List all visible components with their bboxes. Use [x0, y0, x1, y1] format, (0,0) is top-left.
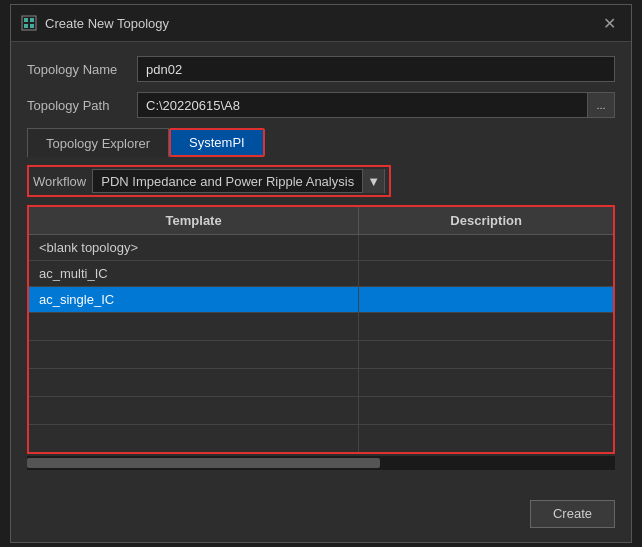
- description-cell: [359, 235, 614, 261]
- tabs-area: Topology Explorer SystemPI Workflow PDN …: [27, 128, 615, 197]
- table-row-selected[interactable]: ac_single_IC: [28, 287, 614, 313]
- browse-button[interactable]: ...: [587, 92, 615, 118]
- dialog-footer: Create: [11, 490, 631, 542]
- topology-path-input[interactable]: [137, 92, 587, 118]
- topology-path-input-group: ...: [137, 92, 615, 118]
- svg-rect-4: [30, 24, 34, 28]
- table-row-empty-1: [28, 313, 614, 341]
- create-button[interactable]: Create: [530, 500, 615, 528]
- table-row-empty-5: [28, 425, 614, 453]
- svg-rect-2: [30, 18, 34, 22]
- col-template: Template: [28, 206, 359, 235]
- description-cell: [359, 261, 614, 287]
- template-table: Template Description <blank topology> ac…: [27, 205, 615, 454]
- workflow-row: Workflow PDN Impedance and Power Ripple …: [27, 165, 615, 197]
- scrollbar-thumb[interactable]: [27, 458, 380, 468]
- template-cell: ac_multi_IC: [28, 261, 359, 287]
- create-topology-dialog: Create New Topology ✕ Topology Name Topo…: [10, 4, 632, 543]
- col-description: Description: [359, 206, 614, 235]
- svg-rect-1: [24, 18, 28, 22]
- dialog-content: Topology Name Topology Path ... Topology…: [11, 42, 631, 486]
- close-button[interactable]: ✕: [597, 11, 621, 35]
- template-cell: ac_single_IC: [28, 287, 359, 313]
- topology-name-row: Topology Name: [27, 56, 615, 82]
- template-cell: <blank topology>: [28, 235, 359, 261]
- titlebar: Create New Topology ✕: [11, 5, 631, 42]
- workflow-select[interactable]: PDN Impedance and Power Ripple Analysis …: [92, 169, 385, 193]
- tabs-row: Topology Explorer SystemPI: [27, 128, 615, 157]
- table-row-empty-3: [28, 369, 614, 397]
- table-row[interactable]: ac_multi_IC: [28, 261, 614, 287]
- workflow-selected-value: PDN Impedance and Power Ripple Analysis: [93, 172, 362, 191]
- topology-path-label: Topology Path: [27, 98, 137, 113]
- svg-rect-3: [24, 24, 28, 28]
- template-area: Template Description <blank topology> ac…: [27, 205, 615, 454]
- topology-name-input[interactable]: [137, 56, 615, 82]
- topology-path-row: Topology Path ...: [27, 92, 615, 118]
- dialog-icon: [21, 15, 37, 31]
- tab-topology-explorer[interactable]: Topology Explorer: [27, 128, 169, 157]
- titlebar-left: Create New Topology: [21, 15, 169, 31]
- dialog-title: Create New Topology: [45, 16, 169, 31]
- table-row[interactable]: <blank topology>: [28, 235, 614, 261]
- workflow-dropdown-arrow[interactable]: ▼: [362, 169, 384, 193]
- table-row-empty-2: [28, 341, 614, 369]
- workflow-label: Workflow: [33, 174, 86, 189]
- tab-systempi[interactable]: SystemPI: [169, 128, 265, 157]
- table-row-empty-4: [28, 397, 614, 425]
- description-cell: [359, 287, 614, 313]
- horizontal-scrollbar[interactable]: [27, 456, 615, 470]
- topology-name-label: Topology Name: [27, 62, 137, 77]
- workflow-box: Workflow PDN Impedance and Power Ripple …: [27, 165, 391, 197]
